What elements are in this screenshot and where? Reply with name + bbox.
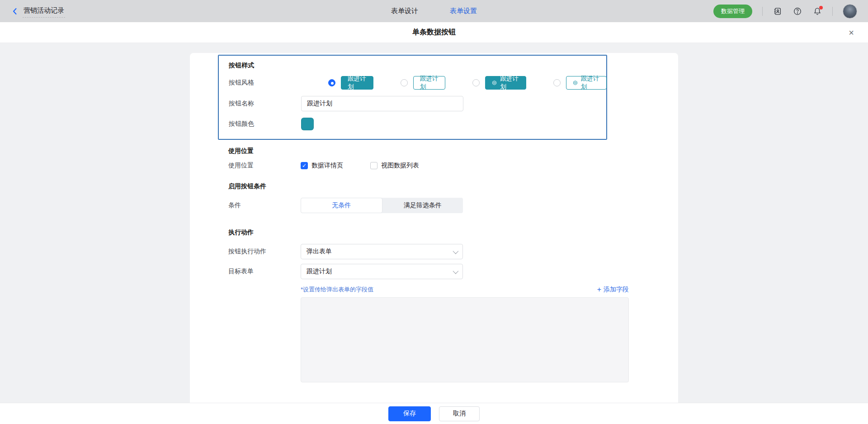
chevron-down-icon: [453, 248, 459, 254]
plus-icon: +: [597, 286, 601, 293]
section-title-condition: 启用按钮条件: [228, 182, 653, 191]
style-option-solid-icon[interactable]: 跟进计划: [472, 76, 526, 90]
field-values-empty-area: [301, 297, 629, 382]
style-preview-outline: 跟进计划: [413, 76, 446, 90]
section-title-style: 按钮样式: [229, 62, 607, 70]
tab-form-design[interactable]: 表单设计: [391, 7, 418, 15]
radio-icon[interactable]: [328, 79, 335, 86]
condition-label: 条件: [228, 201, 301, 210]
button-target-icon: [492, 80, 497, 86]
checkbox-option-detail-page[interactable]: ✓ 数据详情页: [301, 162, 343, 170]
topbar-divider: [762, 7, 763, 16]
target-form-select[interactable]: 跟进计划: [301, 264, 463, 279]
notification-badge: [819, 6, 823, 10]
action-label: 按钮执行动作: [228, 248, 301, 256]
target-form-row: 目标表单 跟进计划: [228, 264, 653, 279]
chevron-down-icon: [453, 268, 459, 274]
checkbox-icon[interactable]: ✓: [301, 162, 308, 169]
checkbox-option-view-list[interactable]: 视图数据列表: [370, 162, 419, 170]
condition-segmented-control: 无条件 满足筛选条件: [301, 198, 463, 213]
add-field-button[interactable]: + 添加字段: [597, 286, 629, 294]
close-icon[interactable]: ×: [847, 29, 855, 37]
field-values-note: *设置传给弹出表单的字段值: [301, 286, 373, 294]
bell-icon[interactable]: [812, 6, 822, 16]
radio-icon[interactable]: [401, 79, 408, 86]
radio-icon[interactable]: [472, 79, 480, 86]
style-option-outline-icon[interactable]: 跟进计划: [553, 76, 607, 90]
tab-form-settings[interactable]: 表单设置: [450, 7, 477, 15]
app-title[interactable]: 营销活动记录: [24, 6, 64, 16]
style-option-outline[interactable]: 跟进计划: [401, 76, 446, 90]
style-preview-solid: 跟进计划: [341, 76, 373, 90]
save-button[interactable]: 保存: [388, 406, 431, 421]
cancel-button[interactable]: 取消: [439, 406, 480, 421]
button-name-row: 按钮名称: [229, 96, 607, 111]
topbar-divider: [832, 7, 833, 16]
usage-position-row: 使用位置 ✓ 数据详情页 视图数据列表: [228, 162, 653, 170]
dialog-titlebar: 单条数据按钮 ×: [0, 22, 868, 43]
button-target-icon: [573, 80, 578, 86]
checkbox-icon[interactable]: [370, 162, 377, 169]
page-title: 单条数据按钮: [412, 28, 456, 37]
condition-row: 条件 无条件 满足筛选条件: [228, 198, 653, 213]
button-name-label: 按钮名称: [229, 100, 301, 108]
target-form-label: 目标表单: [228, 267, 301, 276]
button-style-row: 按钮风格 跟进计划 跟进计划 跟进计划: [229, 76, 607, 90]
action-select[interactable]: 弹出表单: [301, 244, 463, 259]
button-color-row: 按钮颜色: [229, 118, 607, 130]
radio-icon[interactable]: [553, 79, 561, 86]
topbar: 营销活动记录 表单设计 表单设置 数据管理: [0, 0, 868, 22]
settings-card: 按钮样式 按钮风格 跟进计划 跟进计划: [190, 53, 678, 403]
data-manage-button[interactable]: 数据管理: [713, 5, 752, 18]
button-style-section: 按钮样式 按钮风格 跟进计划 跟进计划: [218, 55, 607, 140]
action-row: 按钮执行动作 弹出表单: [228, 244, 653, 259]
contacts-icon[interactable]: [773, 6, 783, 16]
style-preview-solid-icon: 跟进计划: [485, 76, 526, 90]
section-title-position: 使用位置: [228, 147, 653, 155]
dialog-footer: 保存 取消: [0, 403, 868, 424]
style-option-solid[interactable]: 跟进计划: [328, 76, 373, 90]
back-icon[interactable]: [11, 7, 19, 15]
button-name-input[interactable]: [301, 96, 463, 111]
color-swatch[interactable]: [301, 118, 314, 130]
button-color-label: 按钮颜色: [229, 120, 301, 128]
avatar[interactable]: [843, 4, 857, 19]
settings-panel: 按钮样式 按钮风格 跟进计划 跟进计划: [0, 43, 868, 403]
help-icon[interactable]: [793, 6, 802, 16]
style-kind-label: 按钮风格: [229, 79, 301, 87]
style-preview-outline-icon: 跟进计划: [566, 76, 607, 90]
usage-position-label: 使用位置: [228, 162, 301, 170]
section-title-action: 执行动作: [228, 229, 653, 237]
segment-no-condition[interactable]: 无条件: [301, 198, 382, 213]
segment-filter-condition[interactable]: 满足筛选条件: [382, 198, 463, 213]
